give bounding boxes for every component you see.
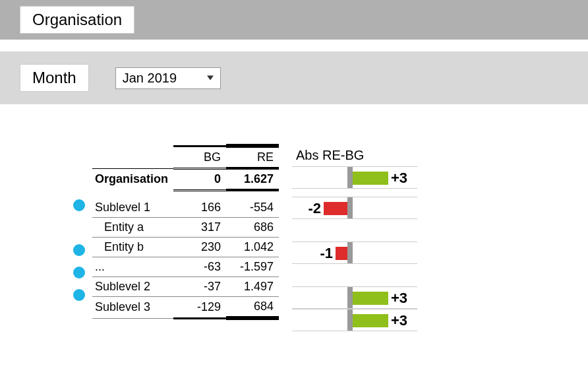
- chart-bar-label: -2: [308, 200, 321, 217]
- header-org-bar: Organisation: [0, 0, 588, 40]
- row-label: ...: [92, 257, 173, 277]
- row-label: Organisation: [92, 168, 173, 190]
- org-label: Organisation: [20, 6, 134, 34]
- cell-re: -554: [226, 198, 279, 218]
- bullet-icon: [73, 244, 85, 256]
- chart-bar-negative: [324, 202, 347, 215]
- bullet-icon: [73, 289, 85, 301]
- bullet-slot: [66, 239, 92, 261]
- gap-row: [92, 190, 279, 198]
- row-label: Entity a: [92, 218, 173, 238]
- cell-bg: 166: [173, 198, 226, 218]
- bullet-slot: [66, 216, 92, 239]
- chart-bar-label: -1: [320, 245, 333, 262]
- chart-axis: [347, 167, 353, 188]
- content-area: BG RE Organisation01.627Sublevel 1166-55…: [66, 144, 588, 331]
- chart-bar-row: +3: [292, 309, 417, 331]
- chart-rows: +3-2-1+3+3: [292, 166, 417, 331]
- bullet-slot: [66, 284, 92, 306]
- chart-bar-positive: [353, 172, 388, 185]
- chart-bar-row: +3: [292, 286, 417, 309]
- chart-bar-label: +3: [391, 170, 407, 187]
- chart-axis: [347, 197, 353, 218]
- month-label: Month: [20, 64, 89, 92]
- cell-bg: -129: [173, 297, 226, 319]
- cell-bg: 0: [173, 168, 226, 190]
- bullet-slot: [66, 306, 92, 329]
- row-label: Sublevel 2: [92, 277, 173, 297]
- header-re: RE: [226, 146, 279, 168]
- chart-bar-label: +3: [391, 312, 407, 329]
- cell-re: 686: [226, 218, 279, 238]
- table-row: Entity a317686: [92, 218, 279, 238]
- table-row: Sublevel 1166-554: [92, 198, 279, 218]
- row-label: Sublevel 1: [92, 198, 173, 218]
- chart-bar-positive: [353, 292, 388, 305]
- variance-chart: Abs RE-BG +3-2-1+3+3: [292, 144, 417, 331]
- bullet-slot: [66, 261, 92, 284]
- header-bg: BG: [173, 146, 226, 168]
- header-month-bar: Month Jan 2019: [0, 51, 588, 104]
- bullet-icon: [73, 199, 85, 211]
- cell-re: 1.042: [226, 238, 279, 257]
- row-label: Entity b: [92, 238, 173, 257]
- cell-bg: 317: [173, 218, 226, 238]
- bullet-slot: [66, 194, 92, 216]
- table-row: Sublevel 3-129684: [92, 297, 279, 319]
- table-row: Organisation01.627: [92, 168, 279, 190]
- chart-bar-label: +3: [391, 290, 407, 307]
- chart-bar-row: -1: [292, 242, 417, 264]
- table-row: ...-63-1.597: [92, 257, 279, 277]
- month-dropdown-value: Jan 2019: [123, 71, 177, 85]
- row-label: Sublevel 3: [92, 297, 173, 319]
- chart-title: Abs RE-BG: [292, 144, 417, 166]
- cell-re: 684: [226, 297, 279, 319]
- cell-re: -1.597: [226, 257, 279, 277]
- chart-axis: [347, 309, 353, 331]
- bullet-column: [66, 194, 92, 329]
- chart-axis: [347, 287, 353, 308]
- month-dropdown[interactable]: Jan 2019: [115, 67, 221, 89]
- chart-axis: [347, 242, 353, 263]
- chart-bar-row: -2: [292, 197, 417, 219]
- cell-re: 1.497: [226, 277, 279, 297]
- cell-bg: -63: [173, 257, 226, 277]
- header-blank: [92, 146, 173, 168]
- table-header-row: BG RE: [92, 146, 279, 168]
- chart-bar-negative: [336, 247, 347, 260]
- chart-bar-positive: [353, 314, 388, 327]
- data-table: BG RE Organisation01.627Sublevel 1166-55…: [92, 144, 279, 320]
- cell-bg: 230: [173, 238, 226, 257]
- table-row: Entity b2301.042: [92, 238, 279, 257]
- cell-re: 1.627: [226, 168, 279, 190]
- chart-bar-row: +3: [292, 166, 417, 189]
- cell-bg: -37: [173, 277, 226, 297]
- table-row: Sublevel 2-371.497: [92, 277, 279, 297]
- bullet-icon: [73, 267, 85, 278]
